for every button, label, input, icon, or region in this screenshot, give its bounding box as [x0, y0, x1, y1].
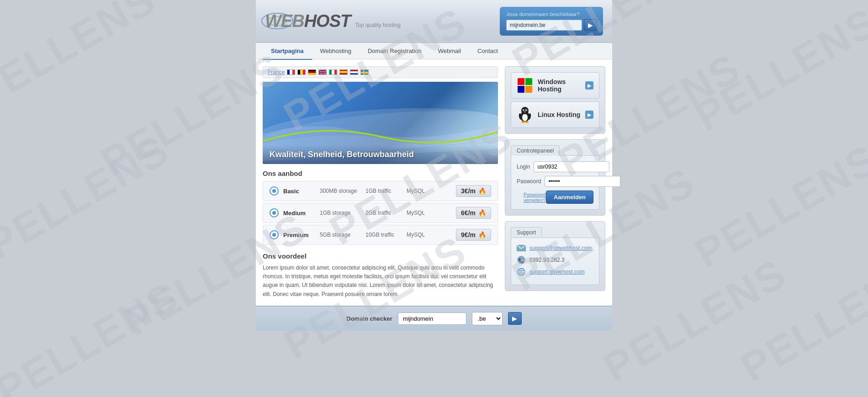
control-panel-tab: Controlepaneel: [511, 145, 560, 156]
windows-hosting-arrow-icon: ▶: [585, 81, 593, 90]
offer-name-medium: Medium: [283, 210, 315, 217]
support-phone-row: 📞 0392.93.282.3: [517, 255, 593, 265]
support-section: Support support@gbwebhost.com: [505, 221, 605, 291]
control-panel: Controlepaneel Login Paswoord: [505, 139, 605, 216]
windows-hosting-button[interactable]: Windows Hosting ▶: [511, 72, 599, 99]
main-column: France: [263, 66, 498, 299]
flag-nl-icon[interactable]: [350, 69, 358, 75]
svg-point-6: [521, 107, 529, 114]
linux-hosting-label: Linux Hosting: [538, 111, 581, 118]
offer-traffic-medium: 2GB traffic: [365, 210, 402, 216]
flag-de-icon[interactable]: [308, 69, 316, 75]
header-domain-input[interactable]: [506, 20, 582, 31]
header-domain-go-button[interactable]: ▶: [584, 19, 597, 31]
svg-point-13: [525, 121, 529, 123]
footer-domain-input[interactable]: [398, 312, 466, 325]
lang-france-label[interactable]: France: [268, 69, 285, 75]
offer-traffic-basic: 1GB traffic: [365, 188, 402, 194]
footer-go-button[interactable]: ▶: [508, 312, 522, 325]
offer-name-basic: Basic: [283, 188, 315, 195]
penguin-svg: [518, 106, 532, 123]
offer-db-basic: MySQL: [407, 188, 434, 194]
linux-hosting-button[interactable]: Linux Hosting ▶: [511, 101, 599, 128]
offer-flame-medium-icon: 🔥: [478, 209, 486, 217]
offer-storage-basic: 300MB storage: [320, 188, 361, 194]
offer-price-basic[interactable]: 3€/m 🔥: [456, 185, 491, 197]
offer-icon-basic: [270, 186, 279, 196]
windows-icon: [517, 77, 533, 94]
offer-icon-premium: [270, 230, 279, 239]
svg-point-12: [521, 121, 525, 123]
offer-storage-medium: 1GB storage: [320, 210, 361, 216]
offer-row-premium: Premium 5GB storage 10GB traffic MySQL 9…: [263, 225, 498, 245]
login-label: Login: [517, 164, 530, 170]
footer-ext-select[interactable]: .be .com .net .org: [472, 312, 503, 325]
nav: Startpagina Webhosting Domain Registrati…: [256, 43, 612, 59]
support-email-row: support@gbwebhost.com: [517, 243, 593, 253]
center-column: WEBHOST Top quality hosting Jouw domeinn…: [256, 0, 612, 331]
flag-es-icon[interactable]: [339, 69, 348, 75]
flag-fr-icon[interactable]: [287, 69, 295, 75]
offer-name-premium: Premium: [283, 232, 315, 238]
tagline: Top quality hosting: [355, 22, 400, 31]
support-email-icon: [517, 243, 526, 253]
offer-storage-premium: 5GB storage: [320, 232, 361, 238]
offer-icon-medium: [270, 208, 279, 217]
login-form-row: Login: [517, 161, 593, 172]
support-email-link[interactable]: support@gbwebhost.com: [529, 245, 592, 251]
content-area: France: [263, 59, 605, 306]
nav-item-contact[interactable]: Contact: [469, 43, 506, 60]
nav-item-webmail[interactable]: Webmail: [430, 43, 469, 60]
offer-price-medium[interactable]: 6€/m 🔥: [456, 207, 491, 219]
forgot-password-link[interactable]: Paswoord vergeten?: [517, 192, 546, 203]
logo-text: WEBHOST: [265, 11, 350, 31]
flag-be-icon[interactable]: [297, 69, 306, 75]
nav-item-domain-registration[interactable]: Domain Registration: [360, 43, 430, 60]
support-website-row: support.gbwehost.com: [517, 267, 593, 276]
linux-penguin-icon: [517, 106, 533, 123]
offer-flame-basic-icon: 🔥: [478, 187, 486, 195]
domain-checker-label: Jouw domeinnaam beschikbaar?: [506, 11, 597, 17]
nav-item-webhosting[interactable]: Webhosting: [312, 43, 360, 60]
voordeel-text: Lorem ipsum dolor sit amet, consectetur …: [263, 264, 498, 299]
offer-db-premium: MySQL: [407, 232, 434, 238]
offer-row-basic: Basic 300MB storage 1GB traffic MySQL 3€…: [263, 181, 498, 201]
svg-point-9: [524, 110, 524, 111]
offers-title: Ons aanbod: [263, 169, 498, 177]
support-phone-text: 0392.93.282.3: [529, 257, 565, 263]
header: WEBHOST Top quality hosting Jouw domeinn…: [256, 0, 612, 43]
svg-point-5: [522, 114, 528, 121]
hero-banner: Kwaliteit, Snelheid, Betrouwbaarheid: [263, 82, 498, 164]
password-label: Paswoord: [517, 178, 541, 185]
support-web-icon: [517, 267, 526, 276]
content: France: [256, 59, 612, 306]
support-phone-icon: 📞: [517, 255, 526, 265]
svg-point-10: [526, 110, 527, 111]
flag-se-icon[interactable]: [360, 69, 369, 75]
offer-db-medium: MySQL: [407, 210, 434, 216]
offer-flame-premium-icon: 🔥: [478, 231, 486, 238]
offer-price-premium[interactable]: 9€/m 🔥: [456, 229, 491, 241]
page: WEBHOST Top quality hosting Jouw domeinn…: [0, 0, 868, 397]
footer-domain-label: Domain checker: [346, 315, 392, 322]
svg-text:📞: 📞: [519, 258, 524, 264]
nav-bar: Startpagina Webhosting Domain Registrati…: [256, 43, 612, 59]
windows-hosting-label: Windows Hosting: [538, 78, 581, 93]
logo-area: WEBHOST Top quality hosting: [265, 11, 401, 31]
offer-traffic-premium: 10GB traffic: [365, 232, 402, 238]
linux-hosting-arrow-icon: ▶: [585, 111, 593, 119]
flag-uk-icon[interactable]: [318, 69, 327, 75]
password-input[interactable]: [545, 176, 620, 187]
hero-caption: Kwaliteit, Snelheid, Betrouwbaarheid: [263, 145, 498, 164]
support-tab: Support: [511, 227, 542, 238]
lang-bar: France: [263, 66, 498, 78]
nav-item-startpagina[interactable]: Startpagina: [263, 43, 312, 60]
support-website-link[interactable]: support.gbwehost.com: [529, 269, 585, 275]
footer-domain-checker: Domain checker .be .com .net .org ▶: [256, 306, 612, 331]
offer-row-medium: Medium 1GB storage 2GB traffic MySQL 6€/…: [263, 203, 498, 223]
login-action-row: Paswoord vergeten? Aanmelden: [517, 191, 593, 204]
login-input[interactable]: [534, 161, 609, 172]
flag-it-icon[interactable]: [329, 69, 337, 75]
header-domain-checker: Jouw domeinnaam beschikbaar? ▶: [500, 7, 603, 36]
login-button[interactable]: Aanmelden: [546, 191, 593, 204]
